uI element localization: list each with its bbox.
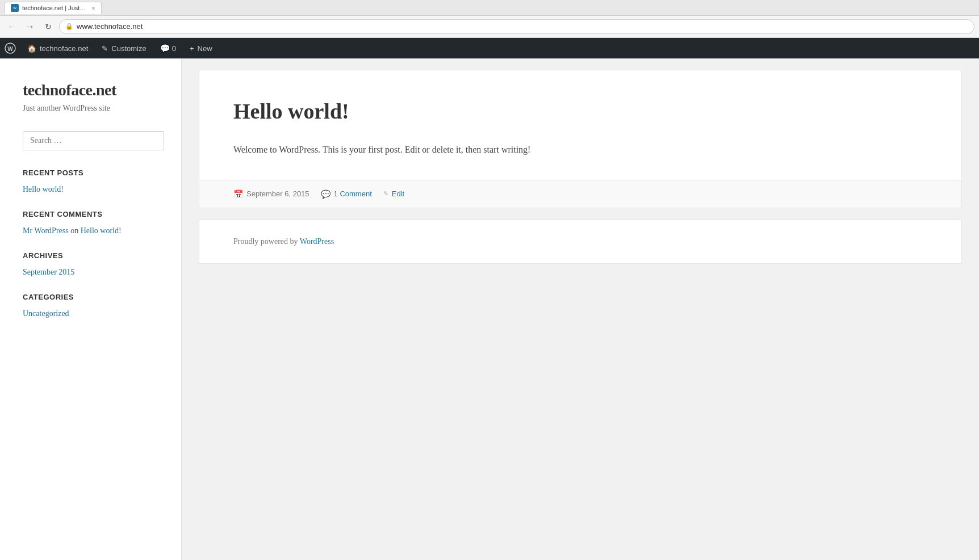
forward-button[interactable]: → xyxy=(23,19,37,34)
archives-heading: ARCHIVES xyxy=(23,251,164,260)
url-lock-icon: 🔒 xyxy=(65,23,73,30)
post-date: September 6, 2015 xyxy=(246,190,309,198)
recent-comments-section: RECENT COMMENTS Mr WordPress on Hello wo… xyxy=(23,210,164,235)
post-comments-meta: 💬 1 Comment xyxy=(321,190,372,199)
svg-text:W: W xyxy=(13,6,16,10)
back-button[interactable]: ← xyxy=(5,19,19,34)
post-date-meta: 📅 September 6, 2015 xyxy=(233,190,309,199)
categories-section: CATEGORIES Uncategorized xyxy=(23,293,164,318)
post-inner: Hello world! Welcome to WordPress. This … xyxy=(199,70,961,180)
search-box xyxy=(23,131,164,150)
post-comments-count: 1 Comment xyxy=(334,190,372,198)
categories-heading: CATEGORIES xyxy=(23,293,164,301)
wp-logo-button[interactable]: W xyxy=(0,38,20,58)
search-input[interactable] xyxy=(23,131,164,150)
admin-bar-new[interactable]: + New xyxy=(183,38,219,58)
customize-label: Customize xyxy=(111,44,146,53)
comments-icon: 💬 xyxy=(160,44,170,53)
admin-bar-site-name[interactable]: 🏠 technoface.net xyxy=(20,38,95,58)
post-comments-link[interactable]: 1 Comment xyxy=(334,190,372,198)
sidebar: technoface.net Just another WordPress si… xyxy=(0,58,182,560)
recent-posts-section: RECENT POSTS Hello world! xyxy=(23,169,164,194)
customize-icon: ✎ xyxy=(102,44,108,53)
tab-favicon-icon: W xyxy=(11,4,19,12)
main-content: Hello world! Welcome to WordPress. This … xyxy=(182,58,979,560)
comment-on-text: on xyxy=(70,226,81,235)
tab-title: technoface.net | Just… xyxy=(22,5,86,11)
comment-author-link[interactable]: Mr WordPress xyxy=(23,226,69,235)
comment-bubble-icon: 💬 xyxy=(321,190,330,199)
wordpress-link[interactable]: WordPress xyxy=(300,237,334,246)
site-footer-card: Proudly powered by WordPress xyxy=(199,220,962,264)
browser-titlebar: W technoface.net | Just… × xyxy=(0,0,979,16)
post-edit-meta: ✎ Edit xyxy=(383,190,404,198)
refresh-button[interactable]: ↻ xyxy=(41,19,56,34)
site-wrapper: technoface.net Just another WordPress si… xyxy=(0,58,979,560)
comments-count: 0 xyxy=(172,44,176,53)
svg-text:W: W xyxy=(7,46,13,52)
site-tagline: Just another WordPress site xyxy=(23,104,164,113)
calendar-icon: 📅 xyxy=(233,190,243,199)
site-icon: 🏠 xyxy=(27,44,36,53)
post-footer: 📅 September 6, 2015 💬 1 Comment ✎ Edit xyxy=(199,180,961,208)
recent-comments-heading: RECENT COMMENTS xyxy=(23,210,164,218)
admin-bar-comments[interactable]: 💬 0 xyxy=(153,38,183,58)
recent-comment-item: Mr WordPress on Hello world! xyxy=(23,226,164,235)
post-content: Welcome to WordPress. This is your first… xyxy=(233,142,927,157)
post-edit-link[interactable]: Edit xyxy=(392,190,404,198)
post-title: Hello world! xyxy=(233,99,927,125)
comment-post-link[interactable]: Hello world! xyxy=(81,226,122,235)
tab-close-button[interactable]: × xyxy=(91,5,95,11)
recent-posts-heading: RECENT POSTS xyxy=(23,169,164,177)
site-title: technoface.net xyxy=(23,81,164,99)
edit-pencil-icon: ✎ xyxy=(383,190,388,197)
new-plus-icon: + xyxy=(190,44,194,53)
browser-tab[interactable]: W technoface.net | Just… × xyxy=(5,2,102,14)
post-card: Hello world! Welcome to WordPress. This … xyxy=(199,70,962,208)
new-label: New xyxy=(198,44,212,53)
admin-bar-site-label: technoface.net xyxy=(40,44,88,53)
footer-text: Proudly powered by WordPress xyxy=(233,237,927,246)
wp-admin-bar: W 🏠 technoface.net ✎ Customize 💬 0 + New xyxy=(0,38,979,58)
admin-bar-customize[interactable]: ✎ Customize xyxy=(95,38,153,58)
url-text: www.technoface.net xyxy=(77,22,143,31)
archives-section: ARCHIVES September 2015 xyxy=(23,251,164,277)
browser-chrome: W technoface.net | Just… × ← → ↻ 🔒 www.t… xyxy=(0,0,979,38)
archive-sep-2015[interactable]: September 2015 xyxy=(23,268,164,277)
post-edit-label: Edit xyxy=(392,190,404,198)
url-bar[interactable]: 🔒 www.technoface.net xyxy=(59,19,974,34)
browser-nav: ← → ↻ 🔒 www.technoface.net xyxy=(0,16,979,37)
category-uncategorized[interactable]: Uncategorized xyxy=(23,309,164,318)
recent-post-hello-world[interactable]: Hello world! xyxy=(23,185,164,194)
